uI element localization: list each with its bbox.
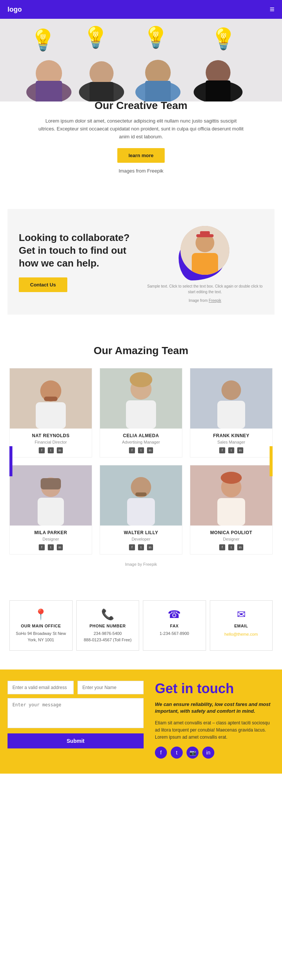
svg-rect-12	[206, 80, 231, 102]
social-icons-1: f t in	[14, 447, 88, 453]
hero-image: 💡 💡 💡 💡	[0, 19, 282, 102]
facebook-icon[interactable]: f	[129, 447, 135, 453]
svg-rect-3	[36, 81, 62, 102]
svg-rect-35	[41, 478, 61, 490]
svg-rect-24	[44, 396, 57, 401]
social-row: f t 📷 in	[155, 746, 274, 759]
get-in-touch-content: Get in touch We can ensure reliability, …	[155, 681, 274, 759]
contact-grid: 📍 OUR MAIN OFFICE SoHo 94 Broadway St Ne…	[10, 600, 272, 651]
team-member-name-1: NAT REYNOLDS	[14, 433, 88, 438]
fax-title: FAX	[147, 624, 202, 628]
svg-point-5	[89, 61, 113, 85]
facebook-icon[interactable]: f	[39, 544, 45, 550]
collaborate-section: Looking to collaborate? Get in touch to …	[8, 209, 274, 315]
learn-more-button[interactable]: learn more	[117, 148, 165, 163]
svg-rect-40	[127, 498, 155, 525]
svg-rect-36	[38, 498, 64, 525]
logo: logo	[8, 6, 22, 14]
social-icons-5: f t in	[104, 544, 178, 550]
freepik-note: Images from Freepik	[38, 167, 244, 175]
creative-team-section: Our Creative Team Lorem ipsum dolor sit …	[0, 100, 282, 198]
twitter-icon[interactable]: t	[138, 447, 144, 453]
form-row-1	[8, 681, 143, 694]
svg-text:💡: 💡	[83, 25, 109, 49]
contact-info-section: 📍 OUR MAIN OFFICE SoHo 94 Broadway St Ne…	[0, 585, 282, 670]
facebook-icon[interactable]: f	[129, 544, 135, 550]
office-icon: 📍	[14, 608, 69, 620]
svg-text:💡: 💡	[143, 25, 169, 49]
svg-rect-44	[217, 498, 245, 525]
collaborate-text: Looking to collaborate? Get in touch to …	[19, 232, 135, 292]
team-member-name-5: WALTER LILLY	[104, 530, 178, 535]
menu-icon[interactable]: ≡	[269, 5, 274, 14]
team-card-body: CELIA ALMEDA Advertising Manager f t in	[100, 428, 182, 457]
instagram-icon[interactable]: in	[57, 544, 63, 550]
hero-section: 💡 💡 💡 💡	[0, 19, 282, 102]
avatar-container	[175, 220, 235, 280]
team-member-role-4: Designer	[14, 537, 88, 541]
svg-rect-32	[217, 401, 245, 428]
team-member-role-1: Financial Director	[14, 440, 88, 444]
creative-team-description: Lorem ipsum dolor sit amet, consectetur …	[38, 117, 244, 141]
social-icons-6: f t in	[194, 544, 268, 550]
get-in-touch-title: Get in touch	[155, 681, 274, 697]
team-card: MONICA POULIOT Designer f t in	[190, 465, 272, 554]
contact-card-phone: 📞 PHONE NUMBER 234-9876-5400888-0123-456…	[76, 600, 140, 651]
facebook-social-button[interactable]: f	[155, 746, 167, 759]
team-member-role-2: Advertising Manager	[104, 440, 178, 444]
instagram-icon[interactable]: in	[147, 447, 153, 453]
submit-button[interactable]: Submit	[8, 733, 143, 748]
social-icons-3: f t in	[194, 447, 268, 453]
instagram-icon[interactable]: in	[237, 447, 243, 453]
instagram-icon[interactable]: in	[237, 544, 243, 550]
twitter-icon[interactable]: t	[48, 544, 54, 550]
phone-title: PHONE NUMBER	[80, 624, 135, 628]
svg-text:💡: 💡	[210, 27, 236, 51]
instagram-icon[interactable]: in	[57, 447, 63, 453]
team-card: MILA PARKER Designer f t in	[10, 465, 92, 554]
team-member-name-4: MILA PARKER	[14, 530, 88, 535]
team-card-body: FRANK KINNEY Sales Manager f t in	[190, 428, 272, 457]
svg-text:💡: 💡	[30, 28, 56, 52]
email-title: EMAIL	[214, 624, 269, 628]
image-from-text: Image from Freepik	[189, 298, 221, 303]
message-input[interactable]	[8, 698, 143, 728]
freepik-note-2: Image by Freepik	[8, 562, 274, 566]
fax-text: 1-234-567-8900	[147, 630, 202, 637]
email-link[interactable]: hello@theme.com	[225, 632, 258, 636]
twitter-social-button[interactable]: t	[171, 746, 183, 759]
team-member-name-6: MONICA POULIOT	[194, 530, 268, 535]
accent-bar-left	[10, 446, 13, 476]
team-member-role-5: Developer	[104, 537, 178, 541]
contact-card-office: 📍 OUR MAIN OFFICE SoHo 94 Broadway St Ne…	[10, 600, 73, 651]
svg-rect-9	[145, 81, 171, 102]
collaborate-title: Looking to collaborate? Get in touch to …	[19, 232, 135, 269]
team-card-body: NAT REYNOLDS Financial Director f t in	[10, 428, 92, 457]
svg-point-28	[130, 372, 152, 387]
email-input[interactable]	[8, 681, 74, 694]
contact-us-button[interactable]: Contact Us	[19, 277, 67, 292]
team-card: CELIA ALMEDA Advertising Manager f t in	[100, 368, 182, 458]
svg-rect-21	[192, 253, 218, 275]
linkedin-social-button[interactable]: in	[202, 746, 214, 759]
facebook-icon[interactable]: f	[219, 544, 225, 550]
instagram-icon[interactable]: in	[147, 544, 153, 550]
get-in-touch-body: Etiam sit amet convallis erat – class ap…	[155, 719, 274, 741]
name-input[interactable]	[78, 681, 143, 694]
twitter-icon[interactable]: t	[228, 447, 234, 453]
team-card-body: WALTER LILLY Developer f t in	[100, 525, 182, 554]
facebook-icon[interactable]: f	[219, 447, 225, 453]
team-card: NAT REYNOLDS Financial Director f t in	[10, 368, 92, 458]
instagram-social-button[interactable]: 📷	[186, 746, 199, 759]
phone-icon: 📞	[80, 608, 135, 620]
phone-text: 234-9876-5400888-0123-4567 (Toll Free)	[80, 630, 135, 643]
contact-form: Submit	[8, 681, 143, 748]
svg-rect-29	[126, 400, 156, 428]
twitter-icon[interactable]: t	[228, 544, 234, 550]
facebook-icon[interactable]: f	[39, 447, 45, 453]
svg-point-43	[221, 472, 242, 484]
twitter-icon[interactable]: t	[138, 544, 144, 550]
office-text: SoHo 94 Broadway St New York, NY 1001	[14, 630, 69, 643]
team-card-body: MONICA POULIOT Designer f t in	[190, 525, 272, 554]
twitter-icon[interactable]: t	[48, 447, 54, 453]
